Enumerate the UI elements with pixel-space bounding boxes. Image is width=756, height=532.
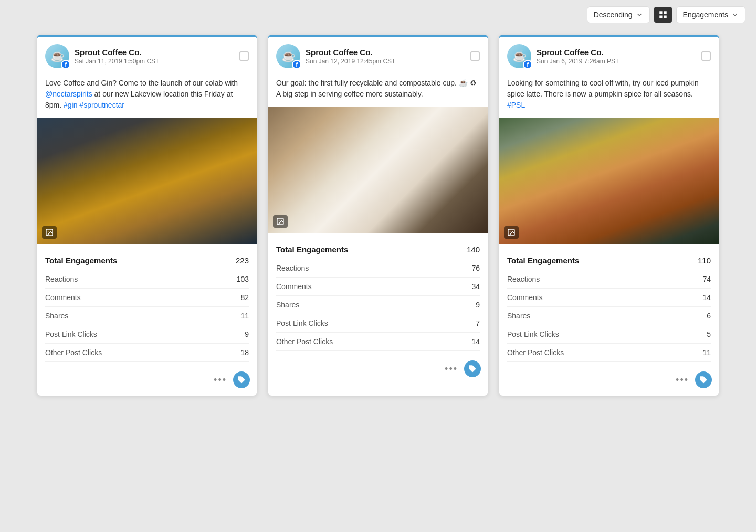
stat-value: 9	[476, 301, 480, 309]
stat-label: Other Post Clicks	[45, 348, 102, 357]
facebook-badge: f	[61, 60, 70, 69]
svg-rect-1	[664, 11, 666, 14]
tag-icon	[237, 376, 246, 384]
facebook-icon: f	[527, 62, 529, 68]
avatar: ☕f	[45, 44, 69, 68]
stat-value: 76	[471, 264, 480, 272]
stat-label: Reactions	[276, 264, 309, 272]
card-header: ☕fSprout Coffee Co.Sun Jan 6, 2019 7:26a…	[499, 37, 719, 76]
stat-row-shares: Shares11	[45, 307, 249, 325]
facebook-icon: f	[296, 62, 298, 68]
total-engagements-label: Total Engagements	[45, 256, 117, 265]
total-engagements-label: Total Engagements	[507, 256, 579, 265]
stat-value: 11	[240, 312, 249, 320]
select-checkbox[interactable]	[701, 51, 711, 61]
stat-label: Other Post Clicks	[276, 337, 333, 346]
stat-value: 6	[707, 312, 711, 320]
post-date: Sat Jan 11, 2019 1:50pm CST	[75, 58, 234, 65]
more-options-button[interactable]: •••	[214, 375, 227, 386]
photo-icon	[45, 228, 54, 237]
total-engagements-row: Total Engagements223	[45, 251, 249, 270]
total-engagements-value: 223	[236, 256, 249, 265]
stat-value: 9	[245, 330, 249, 338]
stat-row-post-link-clicks: Post Link Clicks9	[45, 325, 249, 344]
post-content: Our goal: the first fully recyclable and…	[268, 76, 488, 107]
photo-icon	[507, 228, 516, 237]
stat-row-other-post-clicks: Other Post Clicks14	[276, 333, 480, 351]
svg-point-5	[48, 231, 49, 232]
grid-icon	[658, 10, 668, 19]
stat-label: Post Link Clicks	[45, 330, 97, 338]
account-info: Sprout Coffee Co.Sat Jan 11, 2019 1:50pm…	[75, 48, 234, 65]
account-name: Sprout Coffee Co.	[75, 48, 234, 57]
mention-link[interactable]: @nectarspirits	[45, 90, 92, 98]
stats-section: Total Engagements140Reactions76Comments3…	[268, 233, 488, 355]
stat-label: Reactions	[45, 275, 78, 283]
image-type-icon	[504, 226, 519, 239]
stat-value: 11	[702, 348, 711, 357]
account-name: Sprout Coffee Co.	[537, 48, 696, 57]
stat-label: Shares	[276, 301, 299, 309]
post-image	[37, 118, 257, 244]
tag-button[interactable]	[233, 371, 250, 388]
post-card-3: ☕fSprout Coffee Co.Sun Jan 6, 2019 7:26a…	[499, 35, 719, 396]
tag-icon	[468, 365, 477, 373]
stat-row-comments: Comments34	[276, 278, 480, 296]
stat-row-reactions: Reactions103	[45, 270, 249, 289]
post-date: Sun Jan 12, 2019 12:45pm CST	[306, 58, 465, 65]
stat-label: Shares	[45, 312, 68, 320]
sort-label: Descending	[594, 10, 633, 19]
chevron-down-icon	[636, 11, 643, 18]
stat-label: Comments	[276, 282, 312, 291]
post-image	[268, 107, 488, 233]
stat-value: 34	[471, 282, 480, 291]
card-footer: •••	[268, 355, 488, 385]
total-engagements-label: Total Engagements	[276, 245, 348, 254]
total-engagements-value: 140	[467, 245, 480, 254]
stat-value: 82	[240, 293, 249, 302]
sort-dropdown[interactable]: Descending	[587, 6, 650, 23]
stat-label: Comments	[507, 293, 543, 302]
stat-row-other-post-clicks: Other Post Clicks18	[45, 344, 249, 362]
stat-label: Other Post Clicks	[507, 348, 564, 357]
avatar: ☕f	[276, 44, 300, 68]
svg-point-11	[510, 231, 511, 232]
account-name: Sprout Coffee Co.	[306, 48, 465, 57]
avatar: ☕f	[507, 44, 531, 68]
stat-value: 5	[707, 330, 711, 338]
account-info: Sprout Coffee Co.Sun Jan 12, 2019 12:45p…	[306, 48, 465, 65]
stat-label: Comments	[45, 293, 81, 302]
hashtag-link[interactable]: #PSL	[507, 101, 525, 109]
more-options-button[interactable]: •••	[445, 364, 458, 375]
stat-label: Reactions	[507, 275, 540, 283]
stat-row-post-link-clicks: Post Link Clicks7	[276, 314, 480, 333]
metric-label: Engagements	[683, 10, 728, 19]
grid-toggle-button[interactable]	[654, 7, 672, 23]
select-checkbox[interactable]	[239, 51, 249, 61]
stats-section: Total Engagements223Reactions103Comments…	[37, 244, 257, 366]
tag-button[interactable]	[695, 371, 712, 388]
stat-row-shares: Shares9	[276, 296, 480, 314]
hashtag-link[interactable]: #gin #sproutnectar	[64, 101, 124, 109]
svg-point-8	[279, 220, 280, 221]
card-header: ☕fSprout Coffee Co.Sat Jan 11, 2019 1:50…	[37, 37, 257, 76]
post-image	[499, 118, 719, 244]
post-content: Love Coffee and Gin? Come to the launch …	[37, 76, 257, 118]
stat-row-comments: Comments82	[45, 289, 249, 307]
metric-dropdown[interactable]: Engagements	[676, 6, 746, 23]
image-type-icon	[273, 215, 288, 228]
stat-row-shares: Shares6	[507, 307, 711, 325]
stats-section: Total Engagements110Reactions74Comments1…	[499, 244, 719, 366]
svg-rect-0	[659, 11, 662, 14]
select-checkbox[interactable]	[470, 51, 480, 61]
stat-row-reactions: Reactions76	[276, 259, 480, 278]
stat-value: 103	[237, 275, 249, 283]
card-header: ☕fSprout Coffee Co.Sun Jan 12, 2019 12:4…	[268, 37, 488, 76]
stat-label: Post Link Clicks	[276, 319, 328, 327]
stat-row-other-post-clicks: Other Post Clicks11	[507, 344, 711, 362]
post-date: Sun Jan 6, 2019 7:26am PST	[537, 58, 696, 65]
post-content: Looking for something to cool off with, …	[499, 76, 719, 118]
tag-button[interactable]	[464, 360, 481, 377]
stat-value: 14	[471, 337, 480, 346]
more-options-button[interactable]: •••	[676, 375, 689, 386]
